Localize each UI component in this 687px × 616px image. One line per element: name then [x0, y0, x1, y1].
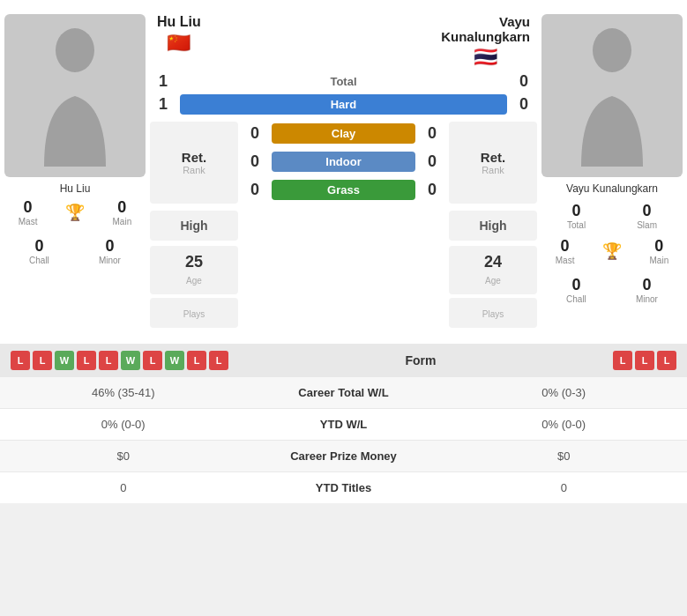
surface-row-grass: 0 Grass 0	[242, 178, 445, 202]
player-comparison: Hu Liu 0 Total 0 Slam 0 Mast 🏆	[0, 0, 687, 337]
hard-pill: Hard	[180, 94, 507, 115]
player2-flag: 🇹🇭	[441, 46, 530, 69]
player1-trophy-icon-b: 🏆	[65, 203, 85, 222]
player2-name-label: Vayu Kunalungkarn	[566, 182, 658, 195]
player1-chall: 0 Chall	[27, 234, 51, 269]
player1-name-label: Hu Liu	[60, 182, 91, 195]
player1-rank-value: Ret.	[182, 150, 206, 165]
player1-age-panel: 25 Age	[150, 246, 238, 294]
total-label: Total	[176, 75, 511, 88]
total-score-left: 1	[150, 72, 176, 91]
player2-main-b: 0 Main	[648, 234, 671, 269]
player2-trophy-icon: 🏆	[602, 241, 622, 261]
p1-form-5: L	[99, 351, 118, 370]
player2-slam-value: 0	[637, 202, 657, 220]
player2-form-badges: L L L	[613, 351, 676, 370]
player1-photo	[4, 14, 146, 177]
hard-score-left: 1	[150, 95, 176, 114]
player2-age-value: 24	[484, 253, 502, 271]
high-row: High High	[150, 207, 537, 244]
p1-form-1: L	[11, 351, 30, 370]
plays-row: Plays Plays	[150, 296, 537, 330]
player1-name-center: Hu Liu 🇨🇳	[157, 14, 201, 55]
player2-mast-b: 0 Mast	[554, 234, 577, 269]
player1-trophy-b: 🏆	[63, 195, 86, 230]
player2-age-label: Age	[485, 276, 501, 286]
main-container: Hu Liu 0 Total 0 Slam 0 Mast 🏆	[0, 0, 687, 503]
prize-left: $0	[0, 449, 247, 463]
player1-age-label: Age	[186, 276, 202, 286]
player1-photo-section: Hu Liu 0 Total 0 Slam 0 Mast 🏆	[0, 14, 150, 330]
ytd-wl-label: YTD W/L	[247, 418, 441, 431]
player1-rank-sublabel: Rank	[183, 165, 205, 175]
p1-form-10: L	[209, 351, 228, 370]
career-wl-row: 46% (35-41) Career Total W/L 0% (0-3)	[0, 377, 687, 409]
player1-plays-label: Plays	[183, 309, 205, 319]
player2-total-label: Total	[567, 220, 586, 230]
player1-flag: 🇨🇳	[157, 32, 201, 55]
svg-point-0	[56, 28, 94, 72]
stats-table: 46% (35-41) Career Total W/L 0% (0-3) 0%…	[0, 377, 687, 503]
total-score-right: 0	[511, 72, 537, 91]
player2-age-panel: 24 Age	[449, 246, 537, 294]
player1-plays-panel: Plays	[150, 298, 238, 328]
prize-label: Career Prize Money	[247, 449, 441, 463]
svg-point-1	[593, 28, 631, 72]
player2-rank-panel: Ret. Rank	[449, 122, 537, 204]
player1-high-value: High	[180, 219, 207, 233]
surface-row-clay: 0 Clay 0	[242, 122, 445, 145]
player1-minor: 0 Minor	[97, 234, 123, 269]
p2-form-2: L	[635, 351, 654, 370]
player2-chall: 0 Chall	[564, 272, 588, 308]
ytd-wl-left: 0% (0-0)	[0, 418, 247, 431]
form-label: Form	[406, 353, 437, 367]
player1-main-b: 0 Main	[111, 195, 134, 230]
surface-row-indoor: 0 Indoor 0	[242, 150, 445, 174]
p2-form-3: L	[657, 351, 676, 370]
player2-minor: 0 Minor	[634, 272, 660, 308]
p1-form-7: L	[143, 351, 162, 370]
player2-total-cell: 0 Total	[565, 198, 587, 234]
titles-row: 0 YTD Titles 0	[0, 472, 687, 503]
total-score-row: 1 Total 0	[150, 72, 537, 91]
titles-left: 0	[0, 481, 247, 494]
p1-form-4: L	[77, 351, 96, 370]
hard-score-right: 0	[511, 95, 537, 114]
clay-indoor-grass: 0 Clay 0 0 Indoor 0 0 Grass 0	[242, 122, 445, 204]
player2-rank-value: Ret.	[481, 150, 505, 165]
titles-right: 0	[441, 481, 688, 494]
career-wl-left: 46% (35-41)	[0, 386, 247, 399]
player2-plays-label: Plays	[482, 309, 504, 319]
p1-form-8: W	[165, 351, 184, 370]
career-wl-right: 0% (0-3)	[441, 386, 688, 399]
p1-form-9: L	[187, 351, 206, 370]
player1-high-panel: High	[150, 211, 238, 241]
center-section: Hu Liu 🇨🇳 Vayu Kunalungkarn 🇹🇭	[150, 14, 537, 330]
p2-form-1: L	[613, 351, 632, 370]
surface-row-hard: 1 Hard 0	[150, 93, 537, 116]
player2-rank-sublabel: Rank	[482, 165, 504, 175]
prize-row: $0 Career Prize Money $0	[0, 441, 687, 472]
ytd-wl-row: 0% (0-0) YTD W/L 0% (0-0)	[0, 409, 687, 441]
form-section: L L W L L W L W L L Form L L L	[0, 344, 687, 377]
player2-high-value: High	[479, 219, 506, 233]
player2-name-center: Vayu Kunalungkarn 🇹🇭	[441, 14, 530, 69]
p1-form-2: L	[33, 351, 52, 370]
prize-right: $0	[441, 449, 688, 463]
player2-photo-section: Vayu Kunalungkarn 0 Total 0 Slam 0 Mast …	[537, 14, 687, 330]
indoor-pill: Indoor	[272, 152, 415, 172]
career-wl-label: Career Total W/L	[247, 386, 441, 399]
p1-form-3: W	[55, 351, 74, 370]
ytd-wl-right: 0% (0-0)	[441, 418, 688, 431]
player2-plays-panel: Plays	[449, 298, 537, 328]
player2-high-panel: High	[449, 211, 537, 241]
player1-age-value: 25	[185, 253, 203, 271]
clay-pill: Clay	[272, 123, 415, 144]
player2-slam-label: Slam	[637, 220, 657, 230]
p1-form-6: W	[121, 351, 140, 370]
player2-total-value: 0	[567, 202, 586, 220]
player2-photo	[541, 14, 683, 177]
player2-trophy-b: 🏆	[601, 234, 624, 269]
titles-label: YTD Titles	[247, 481, 441, 494]
player1-mast-b: 0 Mast	[17, 195, 40, 230]
